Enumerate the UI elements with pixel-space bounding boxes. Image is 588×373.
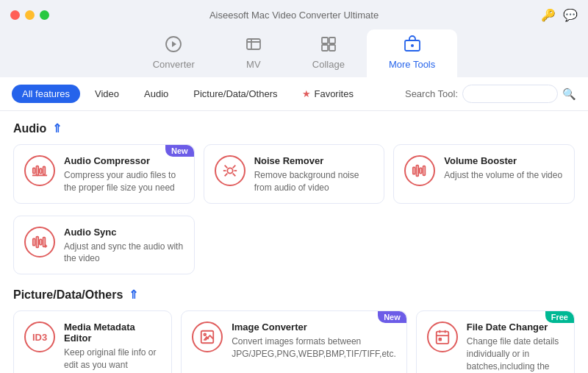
search-icon[interactable]: 🔍: [562, 88, 576, 101]
svg-rect-2: [247, 39, 260, 49]
audio-compressor-title: Audio Compressor: [64, 155, 184, 166]
more-tools-icon: [404, 35, 421, 56]
file-date-changer-icon: [427, 322, 458, 352]
audio-section-title: Audio: [13, 122, 46, 135]
audio-compressor-desc: Compress your audio files to the proper …: [64, 169, 184, 194]
badge-new-image: New: [378, 311, 406, 323]
image-converter-title: Image Converter: [232, 322, 396, 333]
tab-more-tools-label: More Tools: [389, 59, 435, 70]
tab-more-tools[interactable]: More Tools: [367, 29, 457, 77]
tab-mv[interactable]: MV: [217, 29, 290, 77]
volume-booster-icon: [404, 155, 435, 186]
svg-rect-22: [36, 236, 38, 247]
filter-picture[interactable]: Picture/Data/Others: [183, 85, 287, 103]
card-media-metadata[interactable]: ID3 Media Metadata Editor Keep original …: [13, 310, 172, 373]
filter-all[interactable]: All features: [12, 85, 80, 103]
audio-sync-desc: Adjust and sync the audio with the video: [64, 241, 184, 266]
titlebar: Aiseesoft Mac Video Converter Ultimate 🔑…: [0, 0, 588, 29]
svg-rect-4: [329, 38, 335, 43]
media-metadata-desc: Keep original file info or edit as you w…: [64, 347, 161, 372]
nav-tabs: Converter MV Collage: [0, 29, 588, 77]
window-controls: [10, 10, 49, 20]
sort-icon: ⇑: [52, 121, 62, 135]
svg-rect-21: [33, 238, 35, 245]
minimize-button[interactable]: [25, 10, 35, 20]
audio-compressor-icon: [24, 155, 55, 186]
svg-rect-19: [420, 168, 422, 173]
svg-rect-12: [43, 167, 46, 175]
noise-remover-icon: [215, 155, 245, 186]
collage-icon: [320, 35, 337, 56]
search-label: Search Tool:: [405, 88, 458, 99]
picture-cards-row: ID3 Media Metadata Editor Keep original …: [13, 310, 575, 373]
card-file-date-changer[interactable]: Free: [416, 310, 575, 373]
chat-icon[interactable]: 💬: [563, 8, 578, 22]
main-content: All features Video Audio Picture/Data/Ot…: [0, 77, 588, 373]
audio-sync-title: Audio Sync: [64, 227, 184, 238]
noise-remover-desc: Remove background noise from audio of vi…: [254, 169, 374, 194]
image-converter-icon: [192, 322, 223, 352]
svg-point-26: [204, 334, 207, 336]
filter-video[interactable]: Video: [85, 85, 129, 103]
svg-rect-31: [439, 338, 441, 341]
mv-icon: [245, 35, 262, 56]
tab-converter-label: Converter: [153, 59, 195, 70]
image-converter-desc: Convert images formats between JPG/JPEG,…: [232, 335, 396, 360]
close-button[interactable]: [10, 10, 20, 20]
volume-booster-title: Volume Booster: [444, 155, 564, 166]
picture-section-header: Picture/Data/Others ⇑: [13, 288, 575, 302]
filter-favorites[interactable]: ★ Favorites: [292, 85, 363, 103]
card-noise-remover[interactable]: Noise Remover Remove background noise fr…: [204, 144, 385, 204]
audio-cards-row: New A: [13, 144, 575, 204]
tab-mv-label: MV: [246, 59, 261, 70]
search-input[interactable]: [462, 85, 558, 103]
tab-collage-label: Collage: [312, 59, 345, 70]
titlebar-action-icons: 🔑 💬: [541, 8, 578, 22]
card-volume-booster[interactable]: Volume Booster Adjust the volume of the …: [393, 144, 575, 204]
svg-rect-18: [417, 166, 419, 177]
media-metadata-icon: ID3: [24, 322, 55, 352]
noise-remover-title: Noise Remover: [254, 155, 374, 166]
picture-section-title: Picture/Data/Others: [13, 288, 123, 302]
filter-audio[interactable]: Audio: [134, 85, 179, 103]
audio-section-header: Audio ⇑: [13, 121, 575, 135]
volume-booster-desc: Adjust the volume of the video: [444, 169, 564, 182]
maximize-button[interactable]: [40, 10, 49, 20]
file-date-changer-desc: Change file date details individually or…: [467, 335, 564, 373]
svg-rect-11: [40, 168, 42, 173]
card-audio-compressor[interactable]: New A: [13, 144, 195, 204]
svg-marker-1: [172, 41, 176, 47]
svg-point-8: [411, 44, 414, 47]
badge-new: New: [165, 145, 194, 157]
tab-collage[interactable]: Collage: [290, 29, 367, 77]
key-icon[interactable]: 🔑: [541, 8, 556, 22]
svg-rect-5: [322, 45, 328, 51]
filter-bar: All features Video Audio Picture/Data/Ot…: [0, 77, 588, 111]
svg-rect-20: [423, 166, 426, 176]
star-icon: ★: [302, 88, 311, 99]
card-audio-sync[interactable]: Audio Sync Adjust and sync the audio wit…: [13, 216, 195, 275]
svg-rect-10: [36, 166, 38, 176]
app-title: Aiseesoft Mac Video Converter Ultimate: [209, 10, 379, 21]
svg-rect-3: [322, 38, 328, 43]
svg-point-14: [227, 168, 232, 173]
svg-rect-6: [329, 45, 335, 51]
audio-sync-icon: [24, 227, 55, 257]
svg-rect-9: [33, 168, 35, 173]
media-metadata-title: Media Metadata Editor: [64, 322, 161, 344]
audio-cards-row2: Audio Sync Adjust and sync the audio wit…: [13, 216, 575, 275]
card-image-converter[interactable]: New Image Converter: [181, 310, 407, 373]
converter-icon: [165, 35, 182, 56]
scroll-content: Audio ⇑ New: [0, 111, 588, 373]
search-area: Search Tool: 🔍: [405, 85, 576, 103]
svg-rect-23: [40, 239, 42, 244]
svg-rect-17: [413, 167, 415, 174]
svg-rect-27: [437, 332, 449, 344]
badge-free: Free: [545, 311, 574, 323]
tab-converter[interactable]: Converter: [131, 29, 217, 77]
picture-sort-icon: ⇑: [129, 288, 138, 302]
file-date-changer-title: File Date Changer: [467, 322, 564, 333]
